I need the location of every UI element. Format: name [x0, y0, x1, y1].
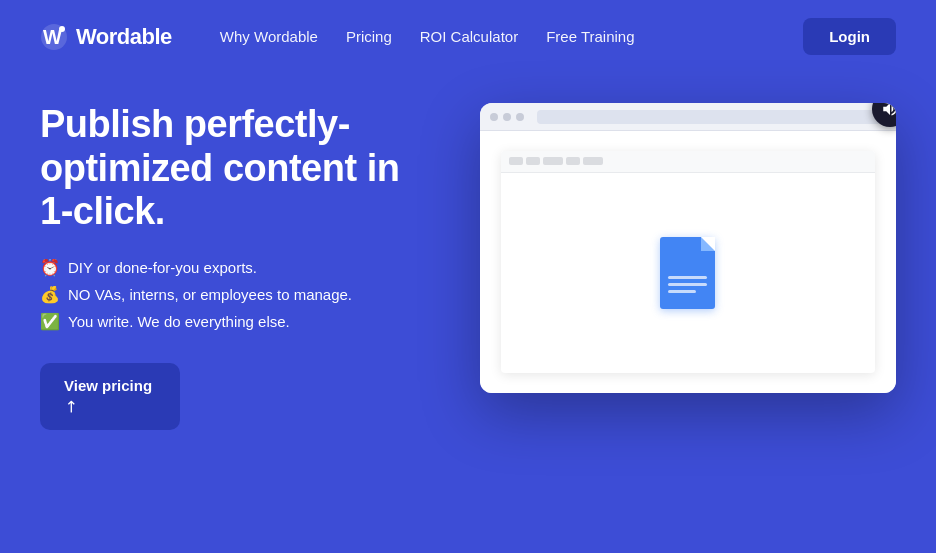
gdocs-line-2 — [668, 283, 707, 286]
gdocs-lines — [668, 276, 707, 297]
editor-mockup — [501, 151, 875, 374]
gdocs-page — [660, 237, 715, 309]
navigation: W Wordable Why Wordable Pricing ROI Calc… — [0, 0, 936, 73]
feature-1-emoji: ⏰ — [40, 258, 60, 277]
google-docs-icon — [660, 237, 715, 309]
feature-3-text: You write. We do everything else. — [68, 313, 290, 330]
nav-roi-calculator[interactable]: ROI Calculator — [420, 28, 518, 45]
feature-1-text: DIY or done-for-you exports. — [68, 259, 257, 276]
nav-free-training[interactable]: Free Training — [546, 28, 634, 45]
hero-heading: Publish perfectly-optimized content in 1… — [40, 103, 440, 234]
gdocs-line-3 — [668, 290, 695, 293]
browser-dot-3 — [516, 113, 524, 121]
speaker-icon — [881, 103, 896, 118]
hero-right — [480, 93, 896, 393]
cta-label: View pricing — [64, 377, 152, 395]
browser-address-bar — [537, 110, 882, 124]
toolbar-btn-5 — [583, 157, 603, 165]
login-button[interactable]: Login — [803, 18, 896, 55]
editor-toolbar — [501, 151, 875, 173]
editor-body — [501, 173, 875, 374]
brand-name: Wordable — [76, 24, 172, 50]
nav-why-wordable[interactable]: Why Wordable — [220, 28, 318, 45]
gdocs-line-1 — [668, 276, 707, 279]
hero-features-list: ⏰ DIY or done-for-you exports. 💰 NO VAs,… — [40, 258, 440, 331]
feature-3-emoji: ✅ — [40, 312, 60, 331]
nav-pricing[interactable]: Pricing — [346, 28, 392, 45]
browser-dot-1 — [490, 113, 498, 121]
cta-view-pricing-button[interactable]: View pricing ↗ — [40, 363, 180, 430]
toolbar-btn-4 — [566, 157, 580, 165]
feature-item-1: ⏰ DIY or done-for-you exports. — [40, 258, 440, 277]
browser-dot-2 — [503, 113, 511, 121]
browser-mockup — [480, 103, 896, 393]
toolbar-btn-2 — [526, 157, 540, 165]
page-wrapper: W Wordable Why Wordable Pricing ROI Calc… — [0, 0, 936, 553]
hero-section: Publish perfectly-optimized content in 1… — [0, 73, 936, 460]
nav-links: Why Wordable Pricing ROI Calculator Free… — [220, 28, 771, 45]
feature-2-text: NO VAs, interns, or employees to manage. — [68, 286, 352, 303]
cta-arrow-icon: ↗ — [59, 395, 82, 418]
logo-area[interactable]: W Wordable — [40, 23, 172, 51]
feature-2-emoji: 💰 — [40, 285, 60, 304]
hero-left: Publish perfectly-optimized content in 1… — [40, 93, 440, 430]
toolbar-btn-3 — [543, 157, 563, 165]
wordable-logo-icon: W — [40, 23, 68, 51]
browser-toolbar — [480, 103, 896, 131]
toolbar-btn-1 — [509, 157, 523, 165]
browser-content — [480, 131, 896, 393]
feature-item-3: ✅ You write. We do everything else. — [40, 312, 440, 331]
feature-item-2: 💰 NO VAs, interns, or employees to manag… — [40, 285, 440, 304]
svg-point-2 — [59, 26, 65, 32]
